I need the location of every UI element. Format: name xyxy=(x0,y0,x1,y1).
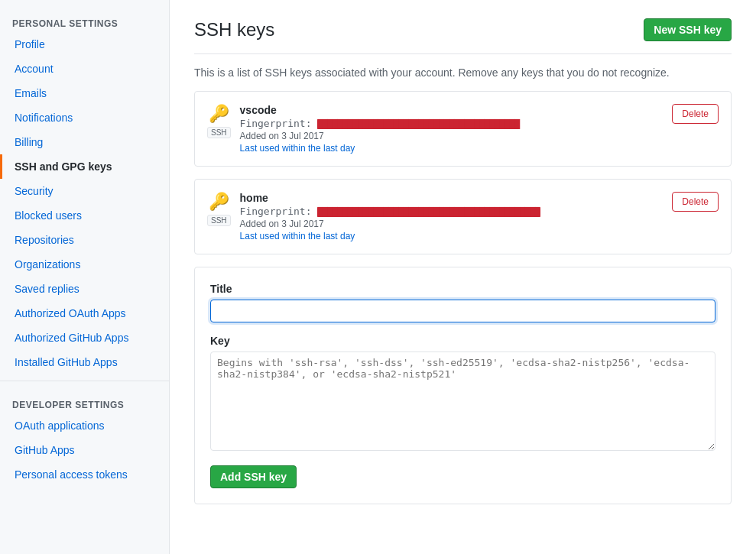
fingerprint-redacted-vscode: ████████████████████████████████████████ xyxy=(317,119,520,129)
add-key-form: Title Key Add SSH key xyxy=(194,267,732,504)
personal-settings-heading: Personal settings xyxy=(0,12,169,32)
developer-settings-heading: Developer settings xyxy=(0,387,169,413)
delete-button-vscode[interactable]: Delete xyxy=(672,104,719,124)
sidebar-item-authorized-oauth-apps[interactable]: Authorized OAuth Apps xyxy=(0,301,169,326)
sidebar-item-security[interactable]: Security xyxy=(0,179,169,203)
key-icon-home: 🔑 xyxy=(209,192,229,212)
sidebar-item-github-apps[interactable]: GitHub Apps xyxy=(0,438,169,462)
key-icon-wrap-vscode: 🔑 SSH xyxy=(207,104,231,138)
sidebar-item-installed-github-apps[interactable]: Installed GitHub Apps xyxy=(0,350,169,374)
main-content: SSH keys New SSH key This is a list of S… xyxy=(170,0,756,554)
sidebar-item-profile[interactable]: Profile xyxy=(0,32,169,57)
sidebar-item-oauth-applications[interactable]: OAuth applications xyxy=(0,413,169,438)
title-form-group: Title xyxy=(210,283,715,322)
new-ssh-key-button[interactable]: New SSH key xyxy=(644,18,732,41)
sidebar-item-organizations[interactable]: Organizations xyxy=(0,252,169,277)
sidebar-item-personal-access-tokens[interactable]: Personal access tokens xyxy=(0,462,169,487)
key-icon-vscode: 🔑 xyxy=(209,104,229,124)
sidebar-item-notifications[interactable]: Notifications xyxy=(0,105,169,130)
key-last-used-vscode: Last used within the last day xyxy=(240,143,664,154)
sidebar: Personal settings Profile Account Emails… xyxy=(0,0,170,554)
sidebar-item-saved-replies[interactable]: Saved replies xyxy=(0,277,169,301)
fingerprint-redacted-home: ████████████████████████████████████████… xyxy=(317,207,540,217)
key-name-home: home xyxy=(240,192,664,204)
page-title: SSH keys xyxy=(194,19,274,40)
sidebar-item-ssh-gpg-keys[interactable]: SSH and GPG keys xyxy=(0,154,169,179)
title-label: Title xyxy=(210,283,715,295)
key-icon-wrap-home: 🔑 SSH xyxy=(207,192,231,226)
key-delete-wrap-vscode: Delete xyxy=(672,104,719,124)
delete-button-home[interactable]: Delete xyxy=(672,192,719,212)
ssh-badge-vscode: SSH xyxy=(207,127,231,138)
sidebar-item-blocked-users[interactable]: Blocked users xyxy=(0,203,169,228)
fingerprint-label-vscode: Fingerprint: xyxy=(240,118,312,129)
sidebar-item-repositories[interactable]: Repositories xyxy=(0,228,169,252)
key-name-vscode: vscode xyxy=(240,104,664,116)
key-fingerprint-vscode: Fingerprint: ███████████████████████████… xyxy=(240,118,664,129)
add-ssh-key-button[interactable]: Add SSH key xyxy=(210,465,297,488)
sidebar-divider xyxy=(0,381,169,381)
key-fingerprint-home: Fingerprint: ███████████████████████████… xyxy=(240,206,664,217)
key-label: Key xyxy=(210,335,715,347)
key-form-group: Key xyxy=(210,335,715,453)
key-textarea[interactable] xyxy=(210,352,715,451)
key-delete-wrap-home: Delete xyxy=(672,192,719,212)
key-info-vscode: vscode Fingerprint: ████████████████████… xyxy=(240,104,664,154)
title-input[interactable] xyxy=(210,300,715,322)
sidebar-item-billing[interactable]: Billing xyxy=(0,130,169,154)
key-info-home: home Fingerprint: ██████████████████████… xyxy=(240,192,664,241)
sidebar-item-authorized-github-apps[interactable]: Authorized GitHub Apps xyxy=(0,326,169,350)
page-header: SSH keys New SSH key xyxy=(194,18,732,54)
ssh-key-card-vscode: 🔑 SSH vscode Fingerprint: ██████████████… xyxy=(194,91,732,167)
page-description: This is a list of SSH keys associated wi… xyxy=(194,66,732,79)
fingerprint-label-home: Fingerprint: xyxy=(240,206,312,217)
ssh-badge-home: SSH xyxy=(207,215,231,226)
sidebar-item-emails[interactable]: Emails xyxy=(0,81,169,105)
key-last-used-home: Last used within the last day xyxy=(240,231,664,241)
key-added-home: Added on 3 Jul 2017 xyxy=(240,219,664,229)
sidebar-item-account[interactable]: Account xyxy=(0,57,169,81)
key-added-vscode: Added on 3 Jul 2017 xyxy=(240,131,664,141)
ssh-key-card-home: 🔑 SSH home Fingerprint: ████████████████… xyxy=(194,179,732,254)
